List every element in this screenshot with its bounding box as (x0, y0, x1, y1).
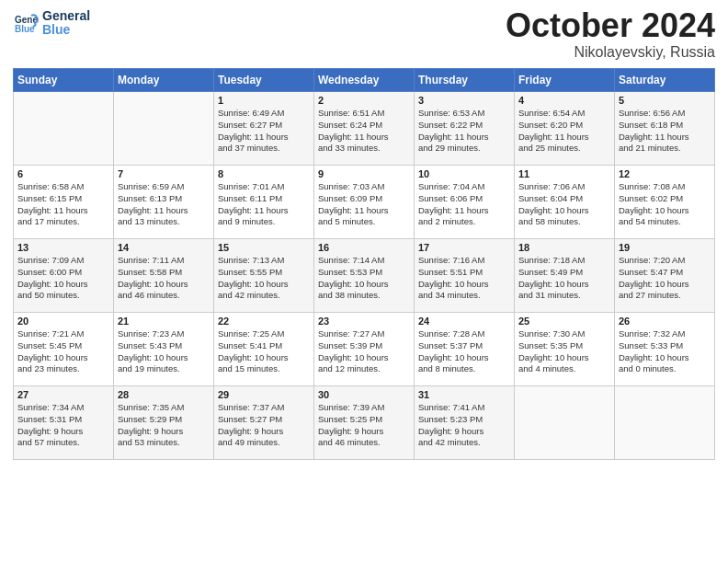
day-number: 14 (118, 242, 210, 253)
location: Nikolayevskiy, Russia (506, 44, 715, 61)
day-content: Sunrise: 7:30 AM Sunset: 5:35 PM Dayligh… (518, 328, 610, 375)
day-content: Sunrise: 7:39 AM Sunset: 5:25 PM Dayligh… (318, 402, 410, 449)
day-number: 11 (518, 168, 610, 179)
day-number: 9 (318, 168, 410, 179)
header-monday: Monday (114, 69, 214, 92)
day-content: Sunrise: 7:09 AM Sunset: 6:00 PM Dayligh… (17, 255, 109, 302)
day-content: Sunrise: 7:35 AM Sunset: 5:29 PM Dayligh… (118, 402, 210, 449)
day-number: 29 (218, 389, 310, 400)
calendar-cell: 25Sunrise: 7:30 AM Sunset: 5:35 PM Dayli… (515, 313, 615, 386)
day-content: Sunrise: 7:21 AM Sunset: 5:45 PM Dayligh… (17, 328, 109, 375)
day-content: Sunrise: 7:01 AM Sunset: 6:11 PM Dayligh… (218, 181, 310, 228)
calendar-cell: 15Sunrise: 7:13 AM Sunset: 5:55 PM Dayli… (214, 239, 314, 313)
calendar-cell: 31Sunrise: 7:41 AM Sunset: 5:23 PM Dayli… (415, 386, 515, 460)
calendar-cell: 8Sunrise: 7:01 AM Sunset: 6:11 PM Daylig… (214, 166, 314, 239)
day-number: 20 (17, 316, 109, 327)
calendar-cell: 16Sunrise: 7:14 AM Sunset: 5:53 PM Dayli… (314, 239, 415, 313)
day-number: 26 (619, 316, 711, 327)
day-content: Sunrise: 7:06 AM Sunset: 6:04 PM Dayligh… (518, 181, 610, 228)
calendar-cell: 22Sunrise: 7:25 AM Sunset: 5:41 PM Dayli… (214, 313, 314, 386)
day-content: Sunrise: 7:23 AM Sunset: 5:43 PM Dayligh… (118, 328, 210, 375)
day-content: Sunrise: 7:03 AM Sunset: 6:09 PM Dayligh… (318, 181, 410, 228)
calendar-cell: 14Sunrise: 7:11 AM Sunset: 5:58 PM Dayli… (114, 239, 214, 313)
calendar-week-3: 13Sunrise: 7:09 AM Sunset: 6:00 PM Dayli… (14, 239, 715, 313)
calendar-week-1: 1Sunrise: 6:49 AM Sunset: 6:27 PM Daylig… (14, 92, 715, 166)
calendar-cell: 27Sunrise: 7:34 AM Sunset: 5:31 PM Dayli… (14, 386, 114, 460)
calendar-cell: 6Sunrise: 6:58 AM Sunset: 6:15 PM Daylig… (14, 166, 114, 239)
calendar-cell: 29Sunrise: 7:37 AM Sunset: 5:27 PM Dayli… (214, 386, 314, 460)
calendar-cell: 9Sunrise: 7:03 AM Sunset: 6:09 PM Daylig… (314, 166, 415, 239)
header-wednesday: Wednesday (314, 69, 415, 92)
day-number: 8 (218, 168, 310, 179)
day-number: 24 (418, 316, 510, 327)
day-number: 25 (518, 316, 610, 327)
day-number: 4 (518, 95, 610, 106)
day-number: 23 (318, 316, 410, 327)
header: General Blue General Blue October 2024 N… (13, 9, 715, 61)
calendar-page: General Blue General Blue October 2024 N… (0, 0, 728, 563)
header-thursday: Thursday (415, 69, 515, 92)
calendar-cell: 13Sunrise: 7:09 AM Sunset: 6:00 PM Dayli… (14, 239, 114, 313)
day-number: 13 (17, 242, 109, 253)
day-number: 16 (318, 242, 410, 253)
day-content: Sunrise: 7:25 AM Sunset: 5:41 PM Dayligh… (218, 328, 310, 375)
header-friday: Friday (515, 69, 615, 92)
day-content: Sunrise: 7:27 AM Sunset: 5:39 PM Dayligh… (318, 328, 410, 375)
day-content: Sunrise: 6:49 AM Sunset: 6:27 PM Dayligh… (218, 108, 310, 155)
calendar-cell: 18Sunrise: 7:18 AM Sunset: 5:49 PM Dayli… (515, 239, 615, 313)
day-number: 18 (518, 242, 610, 253)
day-number: 31 (418, 389, 510, 400)
calendar-cell (515, 386, 615, 460)
calendar-cell: 30Sunrise: 7:39 AM Sunset: 5:25 PM Dayli… (314, 386, 415, 460)
calendar-cell: 23Sunrise: 7:27 AM Sunset: 5:39 PM Dayli… (314, 313, 415, 386)
day-number: 17 (418, 242, 510, 253)
logo-general: General (42, 9, 90, 23)
calendar-cell: 17Sunrise: 7:16 AM Sunset: 5:51 PM Dayli… (415, 239, 515, 313)
logo: General Blue General Blue (13, 9, 90, 38)
day-number: 27 (17, 389, 109, 400)
calendar-cell: 4Sunrise: 6:54 AM Sunset: 6:20 PM Daylig… (515, 92, 615, 166)
header-saturday: Saturday (615, 69, 715, 92)
day-number: 15 (218, 242, 310, 253)
day-content: Sunrise: 6:53 AM Sunset: 6:22 PM Dayligh… (418, 108, 510, 155)
day-number: 30 (318, 389, 410, 400)
day-content: Sunrise: 6:59 AM Sunset: 6:13 PM Dayligh… (118, 181, 210, 228)
calendar-cell: 10Sunrise: 7:04 AM Sunset: 6:06 PM Dayli… (415, 166, 515, 239)
day-number: 7 (118, 168, 210, 179)
day-content: Sunrise: 6:51 AM Sunset: 6:24 PM Dayligh… (318, 108, 410, 155)
day-content: Sunrise: 7:14 AM Sunset: 5:53 PM Dayligh… (318, 255, 410, 302)
day-content: Sunrise: 7:11 AM Sunset: 5:58 PM Dayligh… (118, 255, 210, 302)
day-content: Sunrise: 7:20 AM Sunset: 5:47 PM Dayligh… (619, 255, 711, 302)
day-content: Sunrise: 7:37 AM Sunset: 5:27 PM Dayligh… (218, 402, 310, 449)
day-content: Sunrise: 6:58 AM Sunset: 6:15 PM Dayligh… (17, 181, 109, 228)
calendar-cell: 24Sunrise: 7:28 AM Sunset: 5:37 PM Dayli… (415, 313, 515, 386)
svg-text:Blue: Blue (15, 24, 35, 34)
calendar-cell: 20Sunrise: 7:21 AM Sunset: 5:45 PM Dayli… (14, 313, 114, 386)
calendar-cell: 12Sunrise: 7:08 AM Sunset: 6:02 PM Dayli… (615, 166, 715, 239)
day-content: Sunrise: 7:13 AM Sunset: 5:55 PM Dayligh… (218, 255, 310, 302)
month-title: October 2024 (506, 9, 715, 42)
calendar-cell: 21Sunrise: 7:23 AM Sunset: 5:43 PM Dayli… (114, 313, 214, 386)
day-number: 19 (619, 242, 711, 253)
calendar-body: 1Sunrise: 6:49 AM Sunset: 6:27 PM Daylig… (14, 92, 715, 460)
header-row: Sunday Monday Tuesday Wednesday Thursday… (14, 69, 715, 92)
calendar-cell: 5Sunrise: 6:56 AM Sunset: 6:18 PM Daylig… (615, 92, 715, 166)
day-content: Sunrise: 7:16 AM Sunset: 5:51 PM Dayligh… (418, 255, 510, 302)
day-number: 28 (118, 389, 210, 400)
calendar-cell: 26Sunrise: 7:32 AM Sunset: 5:33 PM Dayli… (615, 313, 715, 386)
day-number: 21 (118, 316, 210, 327)
day-content: Sunrise: 7:34 AM Sunset: 5:31 PM Dayligh… (17, 402, 109, 449)
calendar-cell: 1Sunrise: 6:49 AM Sunset: 6:27 PM Daylig… (214, 92, 314, 166)
day-number: 10 (418, 168, 510, 179)
calendar-cell (14, 92, 114, 166)
day-content: Sunrise: 7:41 AM Sunset: 5:23 PM Dayligh… (418, 402, 510, 449)
day-content: Sunrise: 7:32 AM Sunset: 5:33 PM Dayligh… (619, 328, 711, 375)
day-number: 5 (619, 95, 711, 106)
calendar-week-2: 6Sunrise: 6:58 AM Sunset: 6:15 PM Daylig… (14, 166, 715, 239)
calendar-cell: 19Sunrise: 7:20 AM Sunset: 5:47 PM Dayli… (615, 239, 715, 313)
day-number: 12 (619, 168, 711, 179)
day-number: 1 (218, 95, 310, 106)
day-content: Sunrise: 6:54 AM Sunset: 6:20 PM Dayligh… (518, 108, 610, 155)
logo-blue: Blue (42, 23, 90, 37)
day-number: 22 (218, 316, 310, 327)
